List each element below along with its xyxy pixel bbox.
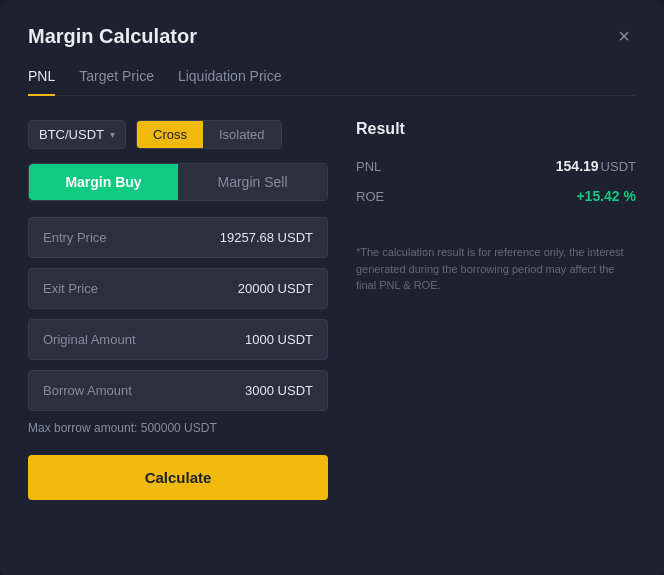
pair-value: BTC/USDT (39, 127, 104, 142)
original-amount-field[interactable]: Original Amount 1000 USDT (28, 319, 328, 360)
pnl-row: PNL 154.19USDT (356, 158, 636, 174)
close-button[interactable]: × (612, 24, 636, 48)
cross-button[interactable]: Cross (137, 121, 203, 148)
chevron-down-icon: ▾ (110, 129, 115, 140)
pair-selector[interactable]: BTC/USDT ▾ (28, 120, 126, 149)
tab-target-price[interactable]: Target Price (79, 68, 154, 96)
exit-price-value: 20000 USDT (238, 281, 313, 296)
pnl-value: 154.19USDT (556, 158, 636, 174)
modal-container: Margin Calculator × PNL Target Price Liq… (0, 0, 664, 575)
margin-buy-button[interactable]: Margin Buy (29, 164, 178, 200)
tab-liquidation-price[interactable]: Liquidation Price (178, 68, 282, 96)
calculate-button[interactable]: Calculate (28, 455, 328, 500)
entry-price-label: Entry Price (43, 230, 107, 245)
exit-price-label: Exit Price (43, 281, 98, 296)
left-panel: BTC/USDT ▾ Cross Isolated Margin Buy Mar… (28, 120, 328, 500)
tab-pnl[interactable]: PNL (28, 68, 55, 96)
entry-price-field[interactable]: Entry Price 19257.68 USDT (28, 217, 328, 258)
max-borrow-text: Max borrow amount: 500000 USDT (28, 421, 328, 435)
margin-sell-button[interactable]: Margin Sell (178, 164, 327, 200)
borrow-amount-label: Borrow Amount (43, 383, 132, 398)
buy-sell-row: Margin Buy Margin Sell (28, 163, 328, 201)
mode-row: BTC/USDT ▾ Cross Isolated (28, 120, 328, 149)
original-amount-value: 1000 USDT (245, 332, 313, 347)
original-amount-label: Original Amount (43, 332, 136, 347)
borrow-amount-value: 3000 USDT (245, 383, 313, 398)
right-panel: Result PNL 154.19USDT ROE +15.42 % *The … (356, 120, 636, 500)
exit-price-field[interactable]: Exit Price 20000 USDT (28, 268, 328, 309)
roe-value: +15.42 % (576, 188, 636, 204)
modal-title: Margin Calculator (28, 25, 197, 48)
entry-price-value: 19257.68 USDT (220, 230, 313, 245)
mode-buttons: Cross Isolated (136, 120, 282, 149)
pnl-label: PNL (356, 159, 381, 174)
modal-header: Margin Calculator × (28, 24, 636, 48)
isolated-button[interactable]: Isolated (203, 121, 281, 148)
main-content: BTC/USDT ▾ Cross Isolated Margin Buy Mar… (28, 120, 636, 500)
roe-row: ROE +15.42 % (356, 188, 636, 204)
roe-label: ROE (356, 189, 384, 204)
tab-bar: PNL Target Price Liquidation Price (28, 68, 636, 96)
disclaimer-text: *The calculation result is for reference… (356, 244, 636, 294)
borrow-amount-field[interactable]: Borrow Amount 3000 USDT (28, 370, 328, 411)
result-title: Result (356, 120, 636, 138)
